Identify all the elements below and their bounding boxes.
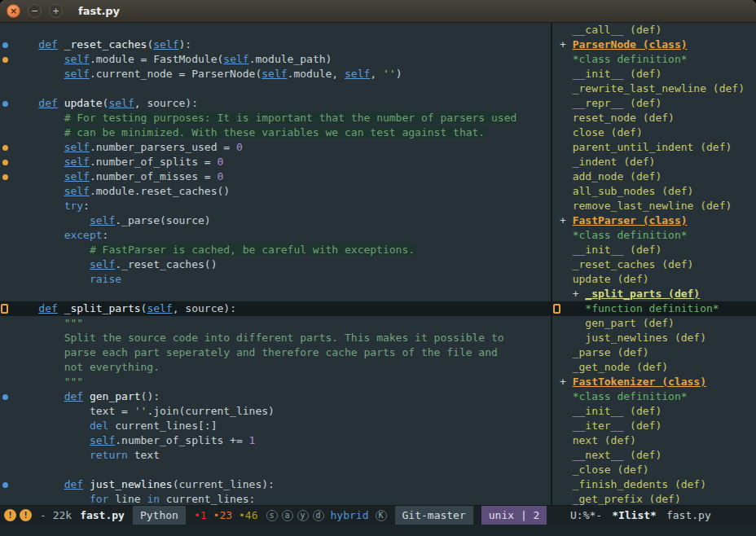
code-line[interactable]: try: <box>0 199 551 213</box>
outline-item[interactable]: __call__ (def) <box>552 23 756 37</box>
close-button[interactable]: × <box>7 4 20 18</box>
token <box>13 97 38 109</box>
outline-item[interactable]: *class definition* <box>552 389 756 404</box>
code-line[interactable]: self.module = FastModule(self.module_pat… <box>0 52 551 67</box>
code-line[interactable]: not everything. <box>0 360 551 375</box>
flycheck-count[interactable]: •46 <box>239 509 257 521</box>
outline-item[interactable]: _close (def) <box>552 463 756 477</box>
outline-item[interactable]: gen_part (def) <box>552 316 756 331</box>
flycheck-count[interactable]: •1 <box>194 509 207 521</box>
minor-mode-icon[interactable]: s <box>266 510 278 521</box>
code-line[interactable] <box>0 23 551 37</box>
minor-modes[interactable]: saydhybridK <box>266 509 387 521</box>
code-line[interactable]: text = ''.join(current_lines) <box>0 404 551 419</box>
code-editor-pane[interactable]: def _reset_caches(self): self.module = F… <box>0 23 551 505</box>
code-line[interactable]: for line in current_lines: <box>0 492 551 505</box>
outline-item[interactable]: all_sub_nodes (def) <box>552 184 756 199</box>
outline-item[interactable]: reset_node (def) <box>552 111 756 125</box>
vc-branch[interactable]: Git-master <box>395 506 473 525</box>
code-line[interactable]: self._reset_caches() <box>0 257 551 272</box>
editing-style-indicator[interactable]: hybrid <box>331 509 369 521</box>
outline-item[interactable]: add_node (def) <box>552 169 756 184</box>
code-line[interactable]: parse each part seperately and therefore… <box>0 345 551 360</box>
minor-mode-icon[interactable]: y <box>297 510 309 521</box>
imenu-outline-pane[interactable]: __call__ (def)+ ParserNode (class) *clas… <box>552 23 756 505</box>
code-line[interactable]: self.number_of_splits = 0 <box>0 155 551 169</box>
outline-item[interactable]: next (def) <box>552 433 756 448</box>
token: *class definition* <box>573 53 688 65</box>
outline-item[interactable]: + ParserNode (class) <box>552 37 756 52</box>
outline-item[interactable]: __init__ (def) <box>552 404 756 419</box>
outline-item[interactable]: remove_last_newline (def) <box>552 199 756 213</box>
code-line[interactable] <box>0 287 551 301</box>
token <box>560 97 573 109</box>
minimize-button[interactable]: − <box>28 4 42 18</box>
outline-item[interactable]: _parse (def) <box>552 345 756 360</box>
outline-item[interactable]: just_newlines (def) <box>552 331 756 345</box>
code-line[interactable] <box>0 463 551 477</box>
code-line[interactable]: except: <box>0 228 551 243</box>
outline-item[interactable]: + FastParser (class) <box>552 213 756 228</box>
code-line[interactable]: self.number_parsers_used = 0 <box>0 140 551 155</box>
outline-item[interactable]: *function definition* <box>552 301 756 316</box>
code-line[interactable]: def _split_parts(self, source): <box>0 301 551 316</box>
buffer-name[interactable]: fast.py <box>80 509 125 521</box>
code-line[interactable]: self.current_node = ParserNode(self.modu… <box>0 67 551 81</box>
orange-dot-fringe-icon <box>2 145 8 151</box>
code-line[interactable]: self.number_of_misses = 0 <box>0 169 551 184</box>
code-line[interactable]: Split the source code into different par… <box>0 331 551 345</box>
outline-item[interactable]: __next__ (def) <box>552 448 756 463</box>
outline-item[interactable]: *class definition* <box>552 228 756 243</box>
outline-item[interactable]: _get_prefix (def) <box>552 492 756 505</box>
token: _reset_caches <box>64 38 147 51</box>
warning-indicator-icon[interactable]: ! <box>20 509 32 521</box>
outline-item[interactable]: *class definition* <box>552 52 756 67</box>
outline-item[interactable]: _get_node (def) <box>552 360 756 375</box>
token: in <box>147 493 160 505</box>
outline-item[interactable]: _indent (def) <box>552 155 756 169</box>
code-line[interactable] <box>0 81 551 96</box>
token: __init__ (def) <box>573 405 662 417</box>
code-line[interactable]: def just_newlines(current_lines): <box>0 477 551 492</box>
minibuffer-echo-area[interactable] <box>0 525 756 536</box>
minor-mode-icon[interactable]: K <box>376 510 387 521</box>
code-line[interactable]: # For testing purposes: It is important … <box>0 111 551 125</box>
minor-mode-icon[interactable]: a <box>282 510 293 521</box>
flycheck-counts[interactable]: •1•23•46 <box>194 509 258 521</box>
code-line[interactable]: self._parse(source) <box>0 213 551 228</box>
outline-item[interactable]: __repr__ (def) <box>552 96 756 111</box>
titlebar[interactable]: × − + fast.py <box>0 0 756 23</box>
token: except <box>64 229 103 241</box>
outline-item[interactable]: close (def) <box>552 125 756 140</box>
error-indicator-icon[interactable]: ! <box>4 509 16 521</box>
outline-item[interactable]: parent_until_indent (def) <box>552 140 756 155</box>
code-line[interactable]: self.number_of_splits += 1 <box>0 433 551 448</box>
code-line[interactable]: def gen_part(): <box>0 389 551 404</box>
code-line[interactable]: # FastParser is cached, be careful with … <box>0 243 551 257</box>
encoding-segment[interactable]: unix | 2 <box>481 506 547 525</box>
code-line[interactable]: def update(self, source): <box>0 96 551 111</box>
token: raise <box>90 273 121 285</box>
maximize-button[interactable]: + <box>49 4 63 18</box>
outline-item[interactable]: _rewrite_last_newline (def) <box>552 81 756 96</box>
code-line[interactable]: """ <box>0 316 551 331</box>
outline-item[interactable]: __init__ (def) <box>552 243 756 257</box>
major-mode[interactable]: Python <box>133 506 186 525</box>
outline-item[interactable]: update (def) <box>552 272 756 287</box>
outline-item[interactable]: __iter__ (def) <box>552 419 756 433</box>
flycheck-count[interactable]: •23 <box>213 509 232 521</box>
code-line[interactable]: self.module.reset_caches() <box>0 184 551 199</box>
outline-item[interactable]: __init__ (def) <box>552 67 756 81</box>
code-line[interactable]: """ <box>0 375 551 389</box>
code-line[interactable]: # can be minimized. With these variables… <box>0 125 551 140</box>
outline-item[interactable]: _reset_caches (def) <box>552 257 756 272</box>
outline-item[interactable]: + _split_parts (def) <box>552 287 756 301</box>
code-line[interactable]: return text <box>0 448 551 463</box>
code-line[interactable]: def _reset_caches(self): <box>0 37 551 52</box>
outline-item[interactable]: _finish_dedents (def) <box>552 477 756 492</box>
right-buffer-name[interactable]: *Ilist* <box>612 509 657 521</box>
code-line[interactable]: del current_lines[:] <box>0 419 551 433</box>
code-line[interactable]: raise <box>0 272 551 287</box>
outline-item[interactable]: + FastTokenizer (class) <box>552 375 756 389</box>
minor-mode-icon[interactable]: d <box>313 510 324 521</box>
